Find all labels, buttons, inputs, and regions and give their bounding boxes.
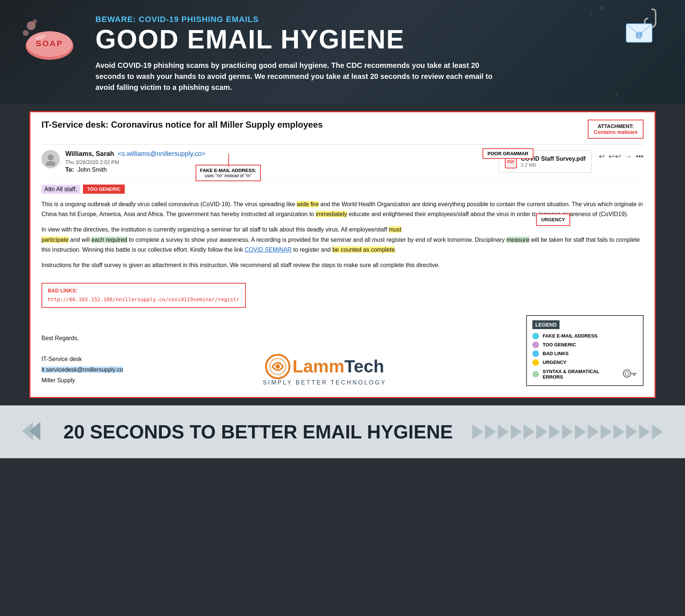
highlight-wide-fire: wide fire (297, 201, 319, 207)
legend-dot-fake-email (532, 333, 539, 339)
covid-seminar-link[interactable]: COVID SEMINAR (245, 247, 292, 253)
header-intro: Avoid COVID-19 phishing scams by practic… (95, 60, 499, 93)
fake-email-sub: uses "nn" instead of "m" (200, 173, 256, 178)
legend-label-fake-email: FAKE E-MAIL ADDRESS (543, 333, 598, 339)
lammtech-logo-icon (265, 354, 291, 379)
soap-icon: SOAP (22, 18, 81, 62)
email-hook-icon: @ (619, 7, 663, 44)
too-generic-badge: TOO GENERIC (83, 185, 125, 194)
bad-links-title: BAD LINKS: (48, 287, 240, 295)
email-header: Williams, Sarah <s.williams@nnillersuppl… (41, 145, 644, 179)
arrow-11 (601, 424, 612, 439)
svg-point-17 (623, 370, 631, 377)
deco-dot (590, 13, 593, 16)
svg-point-18 (625, 372, 629, 375)
email-header-wrapper: Williams, Sarah <s.williams@nnillersuppl… (41, 145, 644, 179)
email-actions[interactable]: ↩ ↩↩ → ••• (599, 152, 644, 161)
legend-label-urgency: URGENCY (543, 360, 566, 365)
fake-email-label: FAKE E-MAIL ADDRESS: (200, 168, 256, 173)
bad-links-box: BAD LINKS: http://66.165.152.168/nniller… (41, 283, 246, 308)
email-container: IT-Service desk: Coronavirus notice for … (29, 111, 656, 398)
legend-title: LEGEND (532, 320, 560, 329)
arrow-9 (575, 424, 586, 439)
highlight-each-required: each required (91, 237, 127, 243)
body-paragraph-2: In view with the directives, the institu… (41, 225, 644, 255)
logo-tagline: Simply Better Technology (263, 379, 386, 386)
arrow-10 (588, 424, 599, 439)
highlight-measure: measure (506, 237, 529, 243)
header-title: GOOD EMAIL HYGIENE (95, 26, 663, 52)
to-label: To: (65, 167, 74, 173)
legend-item-syntax: SYNTAX & GRAMATICAL ERRORS (532, 368, 637, 381)
legend-label-bad-links: BAD LINKS (543, 351, 569, 356)
deco-dot (600, 6, 604, 10)
fake-email-box: FAKE E-MAIL ADDRESS: uses "nn" instead o… (196, 165, 261, 181)
email-salutation: Attn All staff, TOO GENERIC (41, 185, 644, 194)
poor-grammar-box: POOR GRAMMAR (482, 148, 533, 159)
lammtech-logo: Lamm Tech Simply Better Technology (263, 354, 386, 386)
sender-name-row: Williams, Sarah <s.williams@nnillersuppl… (65, 150, 205, 158)
sender-to: John Smith (77, 167, 107, 173)
svg-text:SOAP: SOAP (36, 39, 63, 48)
bottom-row: Best Regards, IT-Service desk it.service… (41, 315, 644, 386)
svg-point-1 (23, 30, 29, 36)
main-wrapper: IT-Service desk: Coronavirus notice for … (0, 104, 685, 398)
arrow-3 (498, 424, 509, 439)
sender-email: <s.williams@nnillersupply.co> (118, 150, 205, 158)
arrow-6 (536, 424, 547, 439)
sender-date: Thu 3/26/2020 2:02 PM (65, 159, 205, 165)
legend-dot-bad-links (532, 350, 539, 357)
avatar-icon (44, 153, 57, 166)
email-signature: Best Regards, IT-Service desk it.service… (41, 333, 123, 386)
footer-left-icon (22, 420, 44, 442)
footer-section: 20 SECONDS TO BETTER EMAIL HYGIENE (0, 405, 685, 458)
header-section: SOAP BEWARE: COVID-19 PHISHING EMAILS GO… (0, 0, 685, 104)
attachment-title: ATTACHMENT: (594, 123, 638, 129)
arrow-13 (626, 424, 637, 439)
forward-icon[interactable]: → (625, 152, 632, 161)
urgency-label: URGENCY (541, 217, 565, 222)
svg-point-16 (276, 364, 280, 369)
reply-icon[interactable]: ↩ (599, 152, 605, 161)
email-subject-text: IT-Service desk: Coronavirus notice for … (41, 120, 323, 130)
email-body: This is a ongoing outbreak of deadly vir… (41, 199, 644, 308)
attachment-subtitle: Contains malware (594, 129, 638, 135)
sender-info: Williams, Sarah <s.williams@nnillersuppl… (41, 150, 205, 173)
arrow-14 (639, 424, 650, 439)
header-text: BEWARE: COVID-19 PHISHING EMAILS GOOD EM… (95, 15, 663, 93)
arrow-4 (511, 424, 522, 439)
legend-dot-urgency (532, 359, 539, 366)
legend-dot-syntax (532, 371, 539, 378)
svg-text:PDF: PDF (507, 160, 514, 164)
svg-point-2 (33, 19, 37, 23)
legend-syntax-inner: SYNTAX & GRAMATICAL ERRORS (532, 369, 619, 380)
poor-grammar-annotation: POOR GRAMMAR (482, 148, 533, 159)
arrow-5 (524, 424, 535, 439)
footer-title: 20 SECONDS TO BETTER EMAIL HYGIENE (63, 421, 453, 443)
arrow-2 (485, 424, 496, 439)
body-paragraph-3: Instructions for the staff survey is giv… (41, 260, 644, 270)
bad-links-wrapper: BAD LINKS: http://66.165.152.168/nniller… (41, 279, 246, 308)
svg-text:@: @ (635, 31, 643, 39)
salutation-text: Attn All staff, (41, 185, 80, 194)
highlight-counted: be counted as complete (332, 247, 395, 253)
highlight-participate: participate (41, 237, 69, 243)
legend-dot-too-generic (532, 342, 539, 348)
sign-email: it.servicedesk@nnillersupply.co (41, 367, 123, 373)
highlight-must: must (389, 226, 402, 233)
logo-main: Lamm Tech (265, 354, 384, 379)
logo-lamm: Lamm (292, 356, 344, 376)
legend-box: LEGEND FAKE E-MAIL ADDRESS TOO GENERIC B… (526, 315, 644, 386)
header-subtitle: BEWARE: COVID-19 PHISHING EMAILS (95, 15, 663, 24)
logo-text: Lamm Tech (292, 356, 384, 376)
arrow-15 (652, 424, 663, 439)
email-subject-row: IT-Service desk: Coronavirus notice for … (41, 120, 644, 145)
more-icon[interactable]: ••• (636, 152, 644, 161)
legend-item-fake-email: FAKE E-MAIL ADDRESS (532, 333, 637, 339)
sender-details: Williams, Sarah <s.williams@nnillersuppl… (65, 150, 205, 173)
sign-company: Miller Supply (41, 375, 123, 386)
key-icon (623, 368, 637, 381)
sender-name: Williams, Sarah (65, 150, 114, 158)
reply-all-icon[interactable]: ↩↩ (609, 152, 621, 161)
footer-left (22, 420, 44, 444)
